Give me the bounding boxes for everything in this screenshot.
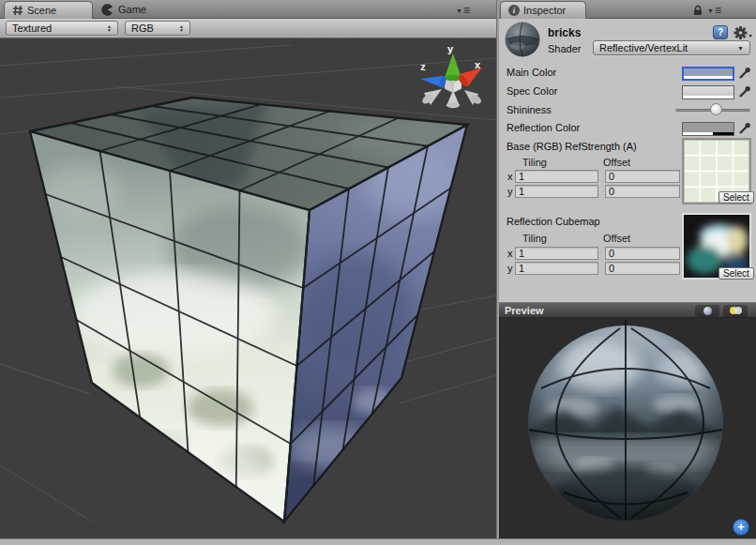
base-texture-select-button[interactable]: Select: [718, 191, 754, 204]
scene-viewport[interactable]: y x z: [0, 0, 496, 538]
tiling-header: Tiling: [522, 233, 547, 244]
cubemap-tiling-x-field[interactable]: [515, 247, 598, 260]
offset-header: Offset: [603, 233, 630, 244]
alpha-bar: [683, 96, 733, 98]
sphere-icon: [703, 307, 712, 315]
cubemap-offset-x-field[interactable]: [605, 247, 680, 260]
eyedropper-icon[interactable]: [738, 122, 751, 135]
main-color-label: Main Color: [507, 67, 556, 78]
reflection-color-swatch[interactable]: [682, 122, 734, 136]
eyedropper-icon[interactable]: [738, 67, 751, 80]
scene-panel: Scene Game ▼ ≡ Textured ▲▼ RGB ▲▼: [0, 0, 496, 545]
preview-add-button[interactable]: +: [733, 519, 749, 536]
eyedropper-icon[interactable]: [738, 85, 751, 98]
y-row-label: y: [507, 263, 513, 274]
cubemap-select-button[interactable]: Select: [718, 267, 754, 280]
help-icon[interactable]: ?: [713, 25, 728, 39]
tiling-header: Tiling: [522, 157, 547, 168]
alpha-bar: [684, 76, 733, 79]
panel-dropdown-icon: ▼: [707, 8, 714, 14]
base-offset-y-field[interactable]: [605, 185, 680, 198]
shader-dropdown[interactable]: Reflective/VertexLit ▼: [593, 40, 750, 55]
x-row-label: x: [507, 248, 513, 259]
x-row-label: x: [507, 171, 513, 182]
base-offset-x-field[interactable]: [605, 170, 680, 183]
y-row-label: y: [507, 186, 513, 197]
material-preview-thumbnail: [505, 22, 540, 57]
gizmo-z-label: z: [420, 61, 426, 72]
base-tiling-x-field[interactable]: [515, 170, 598, 183]
gizmo-x-label: x: [475, 59, 481, 70]
lights-icon: [730, 307, 742, 315]
spec-color-swatch[interactable]: [682, 85, 734, 99]
preview-lighting-button[interactable]: [723, 305, 748, 317]
reflection-cubemap-label: Reflection Cubemap: [507, 216, 600, 227]
tab-inspector-label: Inspector: [523, 5, 566, 16]
material-preview-area[interactable]: +: [499, 318, 756, 538]
info-icon: i: [508, 5, 520, 16]
dropdown-arrow-icon: ▼: [737, 45, 744, 52]
shininess-slider-thumb[interactable]: [710, 103, 722, 115]
inspector-tabbar: i Inspector ▼ ≡: [499, 0, 756, 19]
cubemap-tiling-y-field[interactable]: [515, 262, 598, 275]
material-name: bricks: [548, 26, 581, 39]
alpha-bar: [683, 132, 733, 135]
reflection-color-label: Reflection Color: [507, 122, 580, 133]
lock-icon[interactable]: [693, 5, 703, 16]
offset-header: Offset: [603, 157, 630, 168]
main-color-swatch[interactable]: [682, 67, 734, 81]
cubemap-offset-y-field[interactable]: [605, 262, 680, 275]
preview-sphere: [500, 318, 756, 538]
shininess-label: Shininess: [507, 104, 552, 115]
window-bottom-edge: [0, 538, 756, 545]
base-map-label: Base (RGB) RefStrength (A): [507, 141, 637, 152]
shader-value: Reflective/VertexLit: [599, 42, 688, 53]
preview-mesh-button[interactable]: [695, 305, 719, 317]
tab-inspector[interactable]: i Inspector: [500, 1, 586, 19]
panel-menu-icon: ≡: [715, 4, 720, 17]
spec-color-label: Spec Color: [507, 85, 557, 97]
gizmo-y-label: y: [447, 43, 454, 54]
gear-icon[interactable]: [733, 25, 752, 40]
preview-title: Preview: [505, 305, 544, 316]
shader-label: Shader: [548, 43, 581, 54]
preview-header[interactable]: Preview: [499, 302, 756, 318]
base-tiling-y-field[interactable]: [515, 185, 598, 198]
unity-editor-window: Scene Game ▼ ≡ Textured ▲▼ RGB ▲▼: [0, 0, 756, 545]
inspector-panel-menu[interactable]: ▼ ≡: [707, 4, 720, 17]
